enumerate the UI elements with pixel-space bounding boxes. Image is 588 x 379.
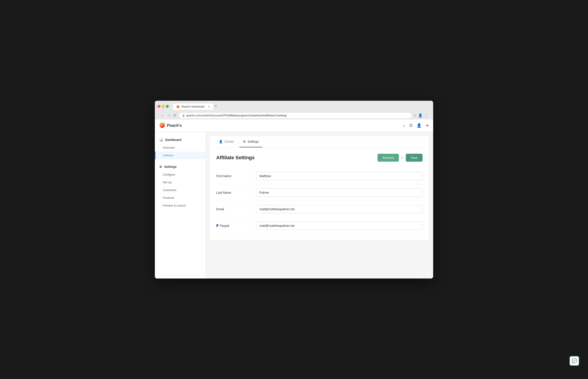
- tab-favicon: 🍑: [176, 105, 180, 108]
- logo-text: Peach's: [167, 123, 182, 128]
- sidebar-header-dashboard[interactable]: 📊 Dashboard: [155, 136, 206, 144]
- paypal-label-text: Paypal: [220, 224, 229, 227]
- app-logo: 🍑 Peach's: [159, 123, 182, 128]
- traffic-light-red[interactable]: [158, 105, 160, 108]
- logo-emoji: 🍑: [159, 123, 165, 128]
- last-name-label: Last Name: [216, 191, 256, 194]
- tab-close-button[interactable]: ×: [208, 105, 210, 109]
- sidebar-header-settings[interactable]: ⚙ Settings: [155, 163, 206, 171]
- content-card: 👤 Details ⚙ Settings Affiliate Settings: [210, 136, 429, 240]
- last-name-input[interactable]: [256, 189, 423, 197]
- sidebar-configure-label: Configure: [163, 173, 175, 176]
- tab-details[interactable]: 👤 Details: [215, 136, 238, 147]
- sidebar-item-overview[interactable]: Overview: [155, 144, 206, 152]
- content-area: 👤 Details ⚙ Settings Affiliate Settings: [206, 132, 433, 279]
- sidebar-settings-label: Settings: [164, 165, 176, 169]
- chat-button[interactable]: 💬: [570, 356, 579, 366]
- checkmark-icon: ✓: [401, 155, 404, 160]
- user-icon[interactable]: 👤: [417, 123, 421, 128]
- sidebar-item-customize[interactable]: Customize: [155, 186, 206, 194]
- details-tab-label: Details: [224, 140, 234, 143]
- dashboard-icon: 📊: [159, 138, 163, 142]
- tab-settings[interactable]: ⚙ Settings: [239, 136, 262, 147]
- email-input[interactable]: [256, 205, 423, 213]
- details-tab-icon: 👤: [219, 140, 223, 143]
- new-tab-button[interactable]: +: [213, 103, 219, 109]
- traffic-light-green[interactable]: [166, 105, 169, 108]
- first-name-label: First Name: [216, 174, 256, 178]
- menu-icon[interactable]: ⋮: [424, 113, 428, 117]
- url-text: peachs.co/console/#!/accounts/570/affili…: [186, 114, 287, 117]
- profile-icon[interactable]: 👤: [418, 113, 423, 117]
- tab-title: Peach's Dashboard: [181, 105, 204, 108]
- browser-tab[interactable]: 🍑 Peach's Dashboard ×: [173, 104, 213, 110]
- sidebar-preview-launch-label: Preview & Launch: [163, 204, 186, 207]
- title-actions: Success ✓ Save: [378, 154, 423, 162]
- first-name-row: First Name: [216, 168, 423, 184]
- app-header: 🍑 Peach's ⌂ ☰ 👤 ➜: [155, 120, 433, 132]
- settings-tab-label: Settings: [248, 140, 259, 143]
- sidebar-item-products[interactable]: Products: [155, 194, 206, 202]
- settings-tab-icon: ⚙: [243, 140, 246, 143]
- sidebar-dashboard-label: Dashboard: [165, 138, 181, 142]
- save-button[interactable]: Save: [406, 154, 423, 162]
- back-button[interactable]: ←: [160, 113, 165, 118]
- refresh-button[interactable]: ↻: [173, 113, 177, 118]
- chat-icon: 💬: [572, 358, 577, 363]
- sidebar-item-preview-launch[interactable]: Preview & Launch: [155, 202, 206, 209]
- address-bar[interactable]: 🔒 peachs.co/console/#!/accounts/570/affi…: [179, 113, 412, 118]
- traffic-light-yellow[interactable]: [162, 105, 165, 108]
- logout-icon[interactable]: ➜: [425, 123, 429, 128]
- email-row: Email: [216, 201, 423, 218]
- sidebar-item-configure[interactable]: Configure: [155, 171, 206, 178]
- sidebar-affiliates-label: Affiliates: [163, 154, 174, 157]
- paypal-row: 𝐏 Paypal: [216, 218, 423, 234]
- forward-button[interactable]: →: [166, 113, 172, 118]
- form-body: Affiliate Settings Success ✓ Save First …: [210, 147, 429, 240]
- sidebar-products-label: Products: [163, 196, 174, 199]
- paypal-label: 𝐏 Paypal: [216, 224, 256, 228]
- paypal-icon: 𝐏: [216, 224, 219, 228]
- last-name-row: Last Name: [216, 184, 423, 201]
- menu-bars-icon[interactable]: ☰: [409, 123, 413, 128]
- sidebar-setup-label: Set Up: [163, 181, 172, 184]
- card-tabs: 👤 Details ⚙ Settings: [210, 136, 429, 147]
- sidebar: 📊 Dashboard Overview Affiliates ⚙ Settin…: [155, 132, 206, 279]
- form-title-row: Affiliate Settings Success ✓ Save: [216, 154, 423, 162]
- sidebar-customize-label: Customize: [163, 189, 176, 192]
- form-title: Affiliate Settings: [216, 155, 255, 160]
- first-name-input[interactable]: [256, 172, 423, 180]
- home-icon[interactable]: ⌂: [403, 123, 405, 128]
- lock-icon: 🔒: [182, 114, 185, 117]
- email-label: Email: [216, 207, 256, 211]
- sidebar-item-setup[interactable]: Set Up: [155, 178, 206, 186]
- sidebar-overview-label: Overview: [163, 146, 175, 149]
- tab-divider: [238, 140, 238, 144]
- sidebar-item-affiliates[interactable]: Affiliates: [155, 152, 206, 159]
- success-button[interactable]: Success: [378, 154, 399, 162]
- bookmark-icon[interactable]: ☆: [413, 113, 416, 117]
- paypal-input[interactable]: [256, 221, 423, 230]
- settings-icon: ⚙: [159, 165, 162, 169]
